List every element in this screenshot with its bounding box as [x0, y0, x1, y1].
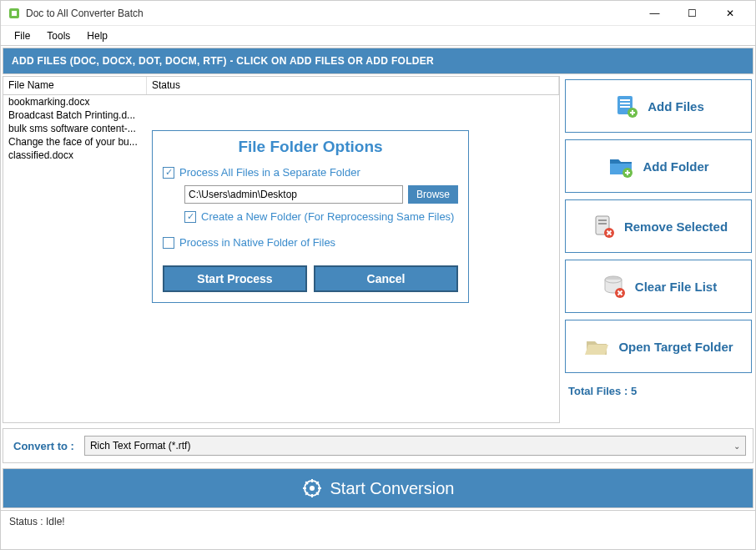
- clear-list-label: Clear File List: [635, 280, 717, 294]
- add-folder-label: Add Folder: [643, 159, 708, 174]
- convert-bar: Convert to : Rich Text Format (*.rtf) ⌄: [3, 428, 753, 463]
- titlebar: Doc to All Converter Batch — ☐ ✕: [1, 1, 755, 26]
- column-filename[interactable]: File Name: [3, 77, 147, 94]
- file-row[interactable]: bookmarking.docx: [3, 95, 147, 108]
- svg-rect-5: [620, 106, 630, 108]
- file-row[interactable]: Change the face of your bu...: [3, 135, 147, 149]
- format-select[interactable]: Rich Text Format (*.rtf) ⌄: [84, 436, 746, 456]
- add-files-icon: [612, 93, 639, 119]
- gear-icon: [302, 478, 322, 498]
- svg-rect-1: [12, 11, 17, 16]
- add-folder-button[interactable]: Add Folder: [565, 139, 752, 193]
- menubar: File Tools Help: [1, 26, 755, 46]
- status-bar: Status : Idle!: [1, 510, 755, 532]
- clear-list-icon: [600, 273, 627, 300]
- file-list-panel: File Name Status bookmarking.docx Broadc…: [3, 76, 560, 423]
- start-process-button[interactable]: Start Process: [163, 265, 307, 292]
- checkbox-native-folder[interactable]: [163, 237, 174, 249]
- file-row[interactable]: classified.docx: [3, 149, 147, 162]
- open-target-icon: [583, 333, 610, 360]
- menu-tools[interactable]: Tools: [40, 28, 77, 43]
- svg-rect-8: [630, 112, 635, 114]
- action-sidebar: Add Files Add Folder Remove Selected Cle…: [563, 76, 753, 423]
- file-row[interactable]: Broadcast Batch Printing.d...: [3, 108, 147, 122]
- menu-file[interactable]: File: [8, 28, 37, 43]
- svg-point-24: [310, 486, 315, 491]
- svg-rect-4: [620, 103, 630, 104]
- convert-to-label: Convert to :: [10, 440, 78, 452]
- label-new-folder: Create a New Folder (For Reprocessing Sa…: [201, 210, 454, 223]
- chevron-down-icon: ⌄: [733, 442, 740, 451]
- minimize-button[interactable]: —: [636, 2, 673, 25]
- label-native-folder: Process in Native Folder of Files: [179, 236, 335, 249]
- remove-selected-icon: [589, 213, 616, 240]
- add-folder-icon: [607, 153, 634, 179]
- format-value: Rich Text Format (*.rtf): [90, 440, 190, 452]
- checkbox-new-folder[interactable]: ✓: [184, 211, 196, 223]
- remove-selected-label: Remove Selected: [624, 219, 728, 234]
- label-separate-folder: Process All Files in a Separate Folder: [179, 166, 360, 179]
- svg-rect-11: [625, 172, 630, 174]
- total-files-label: Total Files : 5: [565, 380, 752, 402]
- open-target-button[interactable]: Open Target Folder: [565, 320, 752, 373]
- remove-selected-button[interactable]: Remove Selected: [565, 199, 752, 253]
- path-input[interactable]: [184, 185, 403, 204]
- add-files-label: Add Files: [648, 99, 704, 114]
- file-folder-options-dialog: File Folder Options ✓ Process All Files …: [152, 130, 469, 303]
- dialog-title: File Folder Options: [163, 134, 458, 163]
- svg-rect-3: [620, 99, 630, 101]
- clear-list-button[interactable]: Clear File List: [565, 260, 752, 313]
- add-files-button[interactable]: Add Files: [565, 79, 752, 133]
- maximize-button[interactable]: ☐: [673, 2, 711, 25]
- instruction-banner: ADD FILES (DOC, DOCX, DOT, DOCM, RTF) - …: [3, 48, 753, 74]
- browse-button[interactable]: Browse: [408, 185, 458, 204]
- open-target-label: Open Target Folder: [618, 340, 733, 354]
- menu-help[interactable]: Help: [80, 28, 114, 43]
- column-status[interactable]: Status: [147, 77, 559, 94]
- start-conversion-button[interactable]: Start Conversion: [3, 468, 753, 508]
- app-icon: [8, 7, 21, 20]
- file-row[interactable]: bulk sms software content-...: [3, 122, 147, 135]
- svg-rect-13: [598, 219, 607, 221]
- close-button[interactable]: ✕: [711, 2, 748, 25]
- start-conversion-label: Start Conversion: [330, 479, 455, 498]
- checkbox-separate-folder[interactable]: ✓: [163, 167, 174, 179]
- svg-rect-14: [598, 223, 607, 225]
- window-title: Doc to All Converter Batch: [26, 8, 636, 19]
- cancel-button[interactable]: Cancel: [314, 265, 458, 292]
